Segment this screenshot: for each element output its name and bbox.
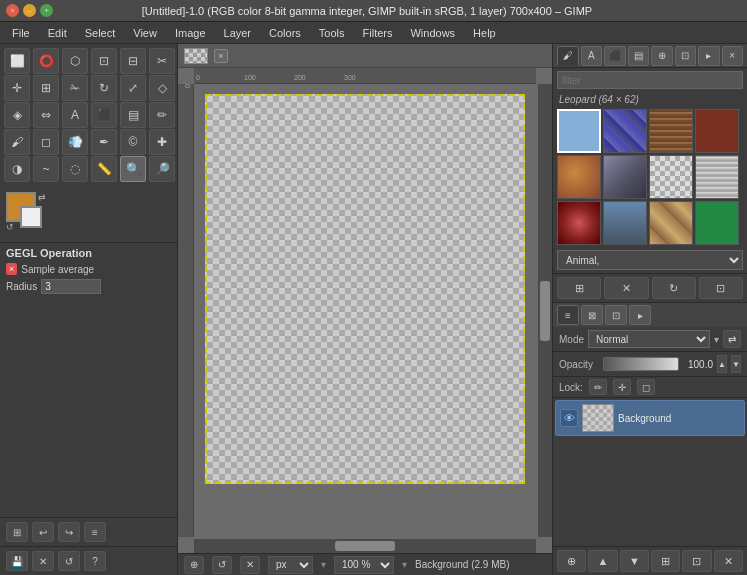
delete-layer-button[interactable]: ✕ xyxy=(714,550,743,572)
lower-layer-button[interactable]: ▼ xyxy=(620,550,649,572)
duplicate-layer-button[interactable]: ⊞ xyxy=(651,550,680,572)
help-button-bottom[interactable]: ? xyxy=(84,551,106,571)
panel-tab-patterns[interactable]: ⬛ xyxy=(604,46,626,66)
lines-pattern[interactable] xyxy=(695,155,739,199)
wood-pattern[interactable] xyxy=(649,109,693,153)
red-pattern[interactable] xyxy=(557,201,601,245)
smudge-tool-button[interactable]: ~ xyxy=(33,156,59,182)
unit-selector[interactable]: px mm in xyxy=(268,556,313,574)
pattern-export-button[interactable]: ⊡ xyxy=(699,277,743,299)
color-picker-tool-button[interactable]: 🔍 xyxy=(120,156,146,182)
preferences-button[interactable]: ≡ xyxy=(84,522,106,542)
flip-tool-button[interactable]: ⇔ xyxy=(33,102,59,128)
close-button[interactable]: × xyxy=(6,4,19,17)
menu-item-edit[interactable]: Edit xyxy=(40,25,75,41)
minimize-button[interactable]: – xyxy=(23,4,36,17)
heal-tool-button[interactable]: ✚ xyxy=(149,129,175,155)
perspective-tool-button[interactable]: ◈ xyxy=(4,102,30,128)
text-tool-button[interactable]: A xyxy=(62,102,88,128)
menu-item-file[interactable]: File xyxy=(4,25,38,41)
panel-close-button[interactable]: × xyxy=(722,46,744,66)
layers-tab-layers[interactable]: ≡ xyxy=(557,305,579,325)
menu-item-image[interactable]: Image xyxy=(167,25,214,41)
free-select-tool-button[interactable]: ⬡ xyxy=(62,48,88,74)
fit-canvas-button[interactable]: ↺ xyxy=(212,556,232,574)
opacity-spin-down[interactable]: ▼ xyxy=(731,355,741,373)
new-image-button[interactable]: ⊞ xyxy=(6,522,28,542)
menu-item-tools[interactable]: Tools xyxy=(311,25,353,41)
scissors-tool-button[interactable]: ✂ xyxy=(149,48,175,74)
opacity-slider[interactable] xyxy=(603,357,679,371)
layers-tab-paths[interactable]: ⊡ xyxy=(605,305,627,325)
rectangle-select-tool-button[interactable]: ⬜ xyxy=(4,48,30,74)
zoom-selector[interactable]: 100 % 50 % 200 % xyxy=(334,556,394,574)
redo-button[interactable]: ↪ xyxy=(58,522,80,542)
pattern-reload-button[interactable]: ↻ xyxy=(652,277,696,299)
tan-pattern[interactable] xyxy=(649,201,693,245)
airbrush-tool-button[interactable]: 💨 xyxy=(62,129,88,155)
menu-item-help[interactable]: Help xyxy=(465,25,504,41)
convolve-tool-button[interactable]: ◌ xyxy=(62,156,88,182)
chain-mode-button[interactable]: ⇄ xyxy=(723,330,741,348)
rotate-tool-button[interactable]: ↻ xyxy=(91,75,117,101)
raise-layer-button[interactable]: ▲ xyxy=(588,550,617,572)
close-canvas-tab-button[interactable]: × xyxy=(214,49,228,63)
select-by-color-tool-button[interactable]: ⊟ xyxy=(120,48,146,74)
measure-tool-button[interactable]: 📏 xyxy=(91,156,117,182)
scale-tool-button[interactable]: ⤢ xyxy=(120,75,146,101)
background-color-swatch[interactable] xyxy=(20,206,42,228)
panel-tab-brushes[interactable]: 🖌 xyxy=(557,46,579,66)
panel-tab-more2[interactable]: ⊡ xyxy=(675,46,697,66)
pencil-tool-button[interactable]: ✏ xyxy=(149,102,175,128)
dodge-tool-button[interactable]: ◑ xyxy=(4,156,30,182)
lock-position-button[interactable]: ✛ xyxy=(613,379,631,395)
white-texture-pattern[interactable] xyxy=(649,155,693,199)
menu-item-windows[interactable]: Windows xyxy=(402,25,463,41)
pattern-category-select[interactable]: Animal, Texture Nature xyxy=(557,250,743,270)
maximize-button[interactable]: + xyxy=(40,4,53,17)
layers-tab-channels[interactable]: ⊠ xyxy=(581,305,603,325)
clone-tool-button[interactable]: © xyxy=(120,129,146,155)
vertical-scrollbar[interactable] xyxy=(538,84,552,537)
green-pattern[interactable] xyxy=(695,201,739,245)
orange-pattern[interactable] xyxy=(557,155,601,199)
save-button-bottom[interactable]: 💾 xyxy=(6,551,28,571)
menu-item-view[interactable]: View xyxy=(125,25,165,41)
cancel-progress-button[interactable]: ✕ xyxy=(240,556,260,574)
swap-colors-button[interactable]: ⇄ xyxy=(38,192,46,202)
cancel-button-bottom[interactable]: ✕ xyxy=(32,551,54,571)
move-tool-button[interactable]: ✛ xyxy=(4,75,30,101)
bucket-tool-button[interactable]: ⬛ xyxy=(91,102,117,128)
layers-tab-expand[interactable]: ▸ xyxy=(629,305,651,325)
layer-visibility-button[interactable]: 👁 xyxy=(560,409,578,427)
shear-tool-button[interactable]: ◇ xyxy=(149,75,175,101)
pattern-delete-button[interactable]: ✕ xyxy=(604,277,648,299)
align-tool-button[interactable]: ⊞ xyxy=(33,75,59,101)
reset-colors-button[interactable]: ↺ xyxy=(6,222,14,232)
opacity-spin-up[interactable]: ▲ xyxy=(717,355,727,373)
canvas-viewport[interactable] xyxy=(194,84,536,537)
zoom-tool-button[interactable]: 🔎 xyxy=(149,156,175,182)
filter-input[interactable] xyxy=(557,71,743,89)
paintbrush-tool-button[interactable]: 🖌 xyxy=(4,129,30,155)
blue-texture-pattern[interactable] xyxy=(603,109,647,153)
radius-input[interactable] xyxy=(41,279,101,294)
panel-expand-button[interactable]: ▸ xyxy=(698,46,720,66)
new-layer-button[interactable]: ⊕ xyxy=(557,550,586,572)
undo-button[interactable]: ↩ xyxy=(32,522,54,542)
status-options-button[interactable]: ⊕ xyxy=(184,556,204,574)
reset-button-bottom[interactable]: ↺ xyxy=(58,551,80,571)
ink-tool-button[interactable]: ✒ xyxy=(91,129,117,155)
anchor-layer-button[interactable]: ⊡ xyxy=(682,550,711,572)
eraser-tool-button[interactable]: ◻ xyxy=(33,129,59,155)
menu-item-layer[interactable]: Layer xyxy=(216,25,260,41)
horizontal-scrollbar[interactable] xyxy=(194,539,536,553)
lock-alpha-button[interactable]: ◻ xyxy=(637,379,655,395)
blue-sky-pattern[interactable] xyxy=(557,109,601,153)
menu-item-select[interactable]: Select xyxy=(77,25,124,41)
menu-item-filters[interactable]: Filters xyxy=(355,25,401,41)
menu-item-colors[interactable]: Colors xyxy=(261,25,309,41)
pattern-refresh-button[interactable]: ⊞ xyxy=(557,277,601,299)
crop-tool-button[interactable]: ✁ xyxy=(62,75,88,101)
lock-pixels-button[interactable]: ✏ xyxy=(589,379,607,395)
